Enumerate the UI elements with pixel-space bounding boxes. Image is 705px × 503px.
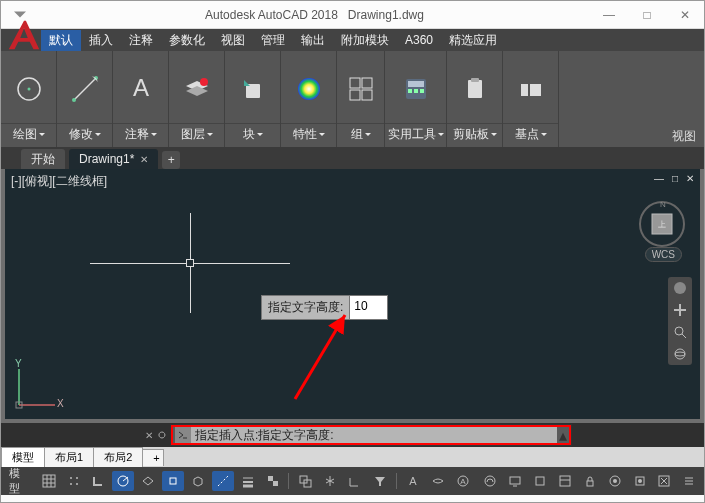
- tab-layout2[interactable]: 布局2: [93, 447, 143, 467]
- status-3dosnap-icon[interactable]: [187, 471, 209, 491]
- panel-layers-label[interactable]: 图层: [181, 126, 205, 143]
- tab-model[interactable]: 模型: [1, 447, 45, 467]
- clipboard-icon[interactable]: [462, 55, 488, 123]
- status-model-label[interactable]: 模型: [5, 466, 35, 496]
- status-clean-icon[interactable]: [653, 471, 675, 491]
- status-units-icon[interactable]: [529, 471, 551, 491]
- status-transparency-icon[interactable]: [262, 471, 284, 491]
- nav-zoom-icon[interactable]: [673, 325, 687, 339]
- menu-annotate[interactable]: 注释: [121, 30, 161, 51]
- ucs-icon[interactable]: Y X: [11, 357, 67, 413]
- panel-modify: 修改: [57, 51, 113, 147]
- menu-manage[interactable]: 管理: [253, 30, 293, 51]
- menu-default[interactable]: 默认: [41, 30, 81, 51]
- status-dynamic-ucs-icon[interactable]: [344, 471, 366, 491]
- viewport-label[interactable]: [-][俯视][二维线框]: [11, 173, 107, 190]
- nav-orbit-icon[interactable]: [673, 347, 687, 361]
- base-icon[interactable]: [518, 55, 544, 123]
- window-close-button[interactable]: ✕: [666, 5, 704, 25]
- draw-icon[interactable]: [14, 55, 44, 123]
- cmd-prompt-icon: [175, 427, 191, 443]
- modify-icon[interactable]: [70, 55, 100, 123]
- command-line[interactable]: 指定插入点:指定文字高度: ▴: [171, 425, 571, 445]
- svg-rect-35: [43, 475, 55, 487]
- dynamic-input-field[interactable]: 10: [350, 295, 388, 320]
- tab-add-button[interactable]: +: [162, 151, 180, 169]
- window-minimize-button[interactable]: —: [590, 5, 628, 25]
- panel-utilities-label[interactable]: 实用工具: [388, 126, 436, 143]
- panel-clipboard-label[interactable]: 剪贴板: [453, 126, 489, 143]
- menu-insert[interactable]: 插入: [81, 30, 121, 51]
- cmd-close-icon[interactable]: ✕: [145, 430, 153, 441]
- autocad-logo-icon[interactable]: [5, 17, 43, 55]
- annotate-icon[interactable]: A: [126, 55, 156, 123]
- status-snap-icon[interactable]: [63, 471, 85, 491]
- status-quickprops-icon[interactable]: [554, 471, 576, 491]
- svg-text:A: A: [460, 477, 466, 486]
- svg-rect-16: [414, 89, 418, 93]
- status-lineweight-icon[interactable]: [237, 471, 259, 491]
- wcs-label[interactable]: WCS: [645, 247, 682, 262]
- menu-view[interactable]: 视图: [213, 30, 253, 51]
- menu-addons[interactable]: 附加模块: [333, 30, 397, 51]
- status-lock-icon[interactable]: [579, 471, 601, 491]
- properties-icon[interactable]: [294, 55, 324, 123]
- utilities-icon[interactable]: [403, 55, 429, 123]
- svg-point-32: [675, 349, 685, 359]
- tab-layout1[interactable]: 布局1: [44, 447, 94, 467]
- svg-point-43: [76, 483, 78, 485]
- panel-draw-label[interactable]: 绘图: [13, 126, 37, 143]
- panel-base-label[interactable]: 基点: [515, 126, 539, 143]
- menu-featured[interactable]: 精选应用: [441, 30, 505, 51]
- svg-text:Y: Y: [15, 358, 22, 369]
- svg-point-8: [298, 78, 320, 100]
- cmd-settings-icon[interactable]: [157, 430, 167, 440]
- status-annotation-scale-icon[interactable]: A: [402, 471, 424, 491]
- tab-add-layout[interactable]: +: [142, 449, 164, 466]
- status-gizmo-icon[interactable]: [319, 471, 341, 491]
- status-isodraft-icon[interactable]: [137, 471, 159, 491]
- window-maximize-button[interactable]: □: [628, 5, 666, 25]
- dynamic-input-prompt: 指定文字高度:: [261, 295, 350, 320]
- status-workspace-icon[interactable]: [479, 471, 501, 491]
- status-monitor-icon[interactable]: [504, 471, 526, 491]
- status-otrack-icon[interactable]: [212, 471, 234, 491]
- menu-parametric[interactable]: 参数化: [161, 30, 213, 51]
- nav-wheel-icon[interactable]: [673, 281, 687, 295]
- layers-icon[interactable]: [182, 55, 212, 123]
- tab-drawing1[interactable]: Drawing1*✕: [69, 149, 158, 169]
- svg-rect-59: [510, 477, 520, 484]
- panel-modify-label[interactable]: 修改: [69, 126, 93, 143]
- status-customize-icon[interactable]: [678, 471, 700, 491]
- ribbon: 绘图 修改 A 注释 图层 块: [1, 51, 704, 147]
- group-icon[interactable]: [348, 55, 374, 123]
- status-isolate-icon[interactable]: [604, 471, 626, 491]
- menu-a360[interactable]: A360: [397, 31, 441, 49]
- status-selection-filter-icon[interactable]: [369, 471, 391, 491]
- viewport-maximize-icon[interactable]: □: [672, 173, 678, 184]
- panel-annotate-label[interactable]: 注释: [125, 126, 149, 143]
- view-panel-label[interactable]: 视图: [672, 128, 700, 145]
- drawing-canvas[interactable]: [-][俯视][二维线框] — □ ✕ 指定文字高度: 10 Y X 上 N W…: [1, 169, 704, 423]
- tab-start[interactable]: 开始: [21, 149, 65, 169]
- viewport-minimize-icon[interactable]: —: [654, 173, 664, 184]
- view-cube[interactable]: 上 N: [634, 199, 690, 249]
- tab-close-icon[interactable]: ✕: [140, 154, 148, 165]
- panel-group-label[interactable]: 组: [351, 126, 363, 143]
- block-icon[interactable]: [238, 55, 268, 123]
- panel-block-label[interactable]: 块: [243, 126, 255, 143]
- viewport-close-icon[interactable]: ✕: [686, 173, 694, 184]
- status-selection-icon[interactable]: [294, 471, 316, 491]
- status-ortho-icon[interactable]: [88, 471, 110, 491]
- svg-rect-9: [350, 78, 360, 88]
- status-annotation-visibility-icon[interactable]: [427, 471, 449, 491]
- status-autoscale-icon[interactable]: A: [452, 471, 474, 491]
- svg-rect-11: [350, 90, 360, 100]
- status-osnap-icon[interactable]: [162, 471, 184, 491]
- status-grid-icon[interactable]: [38, 471, 60, 491]
- menu-output[interactable]: 输出: [293, 30, 333, 51]
- status-polar-icon[interactable]: [112, 471, 134, 491]
- nav-pan-icon[interactable]: [673, 303, 687, 317]
- panel-properties-label[interactable]: 特性: [293, 126, 317, 143]
- status-hardware-icon[interactable]: [629, 471, 651, 491]
